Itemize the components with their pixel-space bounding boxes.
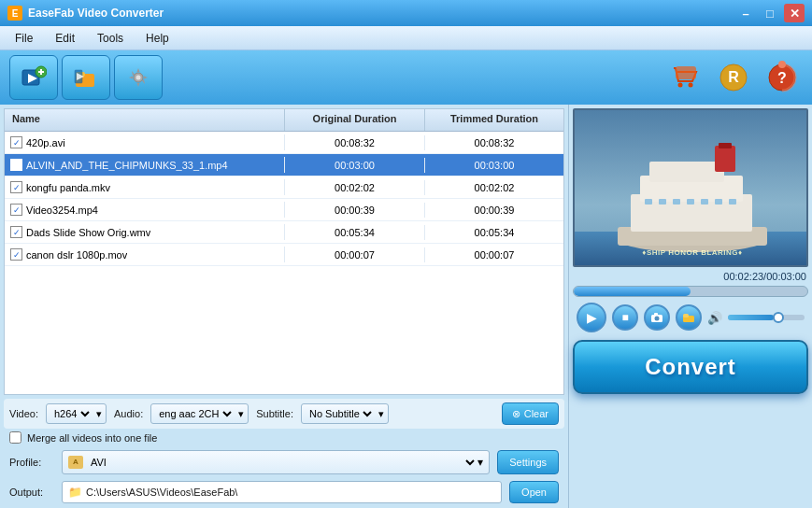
progress-bar[interactable]	[573, 286, 808, 297]
table-row[interactable]: ✓ALVIN_AND_THE_CHIPMUNKS_33_1.mp400:03:0…	[5, 154, 563, 176]
audio-dropdown-icon: ▾	[238, 408, 244, 420]
menu-edit[interactable]: Edit	[44, 29, 86, 48]
main-area: Name Original Duration Trimmed Duration …	[0, 105, 812, 508]
file-checkbox[interactable]: ✓	[10, 159, 22, 171]
subtitle-select[interactable]: No Subtitle ▾	[301, 403, 389, 424]
video-select-input[interactable]: h264	[50, 407, 93, 420]
file-original-duration: 00:08:32	[285, 135, 425, 150]
file-trimmed-duration: 00:00:07	[425, 247, 563, 262]
right-panel: ♦SHIP HONOR BLARING♦ 00:02:23/00:03:00 ▶…	[569, 105, 812, 508]
col-trim-header: Trimmed Duration	[425, 109, 563, 131]
volume-handle[interactable]	[773, 312, 784, 323]
file-checkbox[interactable]: ✓	[10, 204, 22, 216]
audio-select[interactable]: eng aac 2CH ▾	[150, 403, 249, 424]
audio-select-input[interactable]: eng aac 2CH	[155, 407, 235, 420]
open-folder-button[interactable]	[676, 304, 702, 331]
app-title: EaseFab Video Converter	[28, 7, 164, 20]
file-trimmed-duration: 00:03:00	[425, 158, 563, 173]
subtitle-dropdown-icon: ▾	[378, 408, 384, 420]
stop-icon: ■	[621, 311, 628, 324]
svg-rect-13	[676, 66, 696, 79]
open-folder-icon	[682, 311, 695, 324]
col-name-header: Name	[5, 109, 285, 131]
video-select[interactable]: h264 ▾	[46, 403, 107, 424]
add-video-icon	[21, 64, 47, 91]
table-row[interactable]: ✓Video3254.mp400:00:3900:00:39	[5, 199, 563, 221]
toolbar: R ?	[0, 50, 812, 105]
settings-button[interactable]	[114, 55, 163, 100]
table-row[interactable]: ✓Dads Slide Show Orig.wmv00:05:3400:05:3…	[5, 221, 563, 244]
menu-tools[interactable]: Tools	[86, 29, 135, 48]
file-name-cell: ✓420p.avi	[5, 134, 285, 150]
volume-slider[interactable]	[728, 315, 805, 320]
file-original-duration: 00:02:02	[285, 180, 425, 195]
subtitle-label: Subtitle:	[256, 408, 293, 419]
profile-select-input[interactable]: AVI	[87, 456, 477, 469]
output-path-display: 📁 C:\Users\ASUS\Videos\EaseFab\	[62, 481, 502, 503]
register-button[interactable]: R	[713, 57, 754, 98]
merge-label[interactable]: Merge all videos into one file	[27, 432, 157, 444]
svg-text:?: ?	[777, 70, 787, 86]
clear-icon: ⊗	[512, 408, 520, 420]
merge-checkbox[interactable]	[9, 431, 21, 444]
profile-select[interactable]: A AVI ▾	[62, 450, 490, 474]
play-icon: ▶	[587, 310, 597, 325]
add-video-button[interactable]	[9, 55, 58, 100]
menubar: File Edit Tools Help	[0, 26, 812, 50]
add-folder-button[interactable]	[62, 55, 110, 100]
svg-rect-25	[649, 162, 724, 182]
table-row[interactable]: ✓canon dslr 1080p.mov00:00:0700:00:07	[5, 244, 563, 266]
format-row: Video: h264 ▾ Audio: eng aac 2CH ▾ Subti…	[4, 399, 564, 429]
svg-rect-33	[715, 199, 722, 205]
screenshot-button[interactable]	[644, 304, 670, 331]
file-trimmed-duration: 00:05:34	[425, 225, 563, 240]
svg-point-12	[689, 83, 693, 88]
file-checkbox[interactable]: ✓	[10, 136, 22, 148]
close-button[interactable]: ✕	[784, 4, 805, 22]
file-checkbox[interactable]: ✓	[10, 248, 22, 261]
svg-rect-28	[645, 199, 652, 205]
file-list-header: Name Original Duration Trimmed Duration	[5, 109, 563, 132]
file-rows: ✓420p.avi00:08:3200:08:32✓ALVIN_AND_THE_…	[5, 132, 563, 266]
file-checkbox[interactable]: ✓	[10, 181, 22, 193]
file-original-duration: 00:03:00	[285, 158, 425, 173]
svg-rect-27	[719, 143, 732, 148]
profile-label: Profile:	[9, 457, 54, 468]
add-folder-icon	[73, 64, 99, 91]
minimize-button[interactable]: –	[735, 4, 756, 22]
cart-button[interactable]	[664, 57, 705, 98]
open-output-button[interactable]: Open	[509, 481, 559, 503]
menu-file[interactable]: File	[4, 29, 44, 48]
left-panel: Name Original Duration Trimmed Duration …	[0, 105, 569, 508]
file-name-text: Dads Slide Show Orig.wmv	[26, 227, 150, 238]
file-trimmed-duration: 00:02:02	[425, 180, 563, 195]
clear-button[interactable]: ⊗ Clear	[502, 402, 559, 425]
file-name-cell: ✓canon dslr 1080p.mov	[5, 247, 285, 262]
stop-button[interactable]: ■	[612, 304, 638, 331]
convert-label: Convert	[645, 354, 736, 379]
svg-rect-38	[654, 313, 658, 316]
settings-profile-button[interactable]: Settings	[497, 450, 559, 474]
output-path-text: C:\Users\ASUS\Videos\EaseFab\	[86, 487, 237, 498]
help-button[interactable]: ?	[762, 57, 803, 98]
table-row[interactable]: ✓kongfu panda.mkv00:02:0200:02:02	[5, 176, 563, 199]
maximize-button[interactable]: □	[760, 4, 780, 22]
file-checkbox[interactable]: ✓	[10, 226, 22, 238]
file-trimmed-duration: 00:08:32	[425, 135, 563, 150]
file-original-duration: 00:00:07	[285, 247, 425, 262]
volume-icon: 🔊	[707, 311, 722, 325]
col-orig-header: Original Duration	[285, 109, 425, 131]
table-row[interactable]: ✓420p.avi00:08:3200:08:32	[5, 132, 563, 154]
help-icon: ?	[765, 61, 799, 94]
video-preview: ♦SHIP HONOR BLARING♦	[573, 108, 808, 267]
merge-row: Merge all videos into one file	[4, 429, 564, 446]
output-row: Output: 📁 C:\Users\ASUS\Videos\EaseFab\ …	[4, 478, 564, 506]
titlebar: E EaseFab Video Converter – □ ✕	[0, 0, 812, 26]
file-name-cell: ✓kongfu panda.mkv	[5, 179, 285, 195]
svg-rect-30	[673, 199, 680, 205]
menu-help[interactable]: Help	[135, 29, 180, 48]
play-button[interactable]: ▶	[577, 303, 606, 332]
subtitle-select-input[interactable]: No Subtitle	[306, 407, 375, 420]
convert-button[interactable]: Convert	[573, 340, 808, 394]
file-original-duration: 00:00:39	[285, 203, 425, 218]
